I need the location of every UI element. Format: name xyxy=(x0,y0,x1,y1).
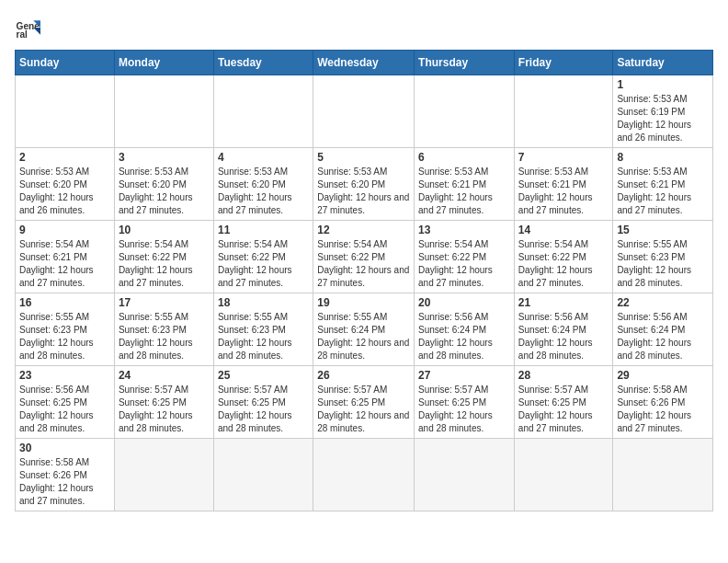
calendar-cell: 1Sunrise: 5:53 AM Sunset: 6:19 PM Daylig… xyxy=(613,75,713,148)
day-info: Sunrise: 5:58 AM Sunset: 6:26 PM Dayligh… xyxy=(19,456,110,508)
weekday-header-tuesday: Tuesday xyxy=(213,51,313,75)
day-number: 13 xyxy=(418,224,510,236)
weekday-header-row: SundayMondayTuesdayWednesdayThursdayFrid… xyxy=(16,51,713,75)
calendar-week-row: 2Sunrise: 5:53 AM Sunset: 6:20 PM Daylig… xyxy=(16,148,713,221)
calendar-cell: 19Sunrise: 5:55 AM Sunset: 6:24 PM Dayli… xyxy=(313,293,415,366)
calendar-cell: 9Sunrise: 5:54 AM Sunset: 6:21 PM Daylig… xyxy=(16,221,115,293)
calendar-cell xyxy=(514,75,613,148)
calendar-cell xyxy=(415,75,515,148)
calendar-cell: 21Sunrise: 5:56 AM Sunset: 6:24 PM Dayli… xyxy=(514,293,613,366)
day-info: Sunrise: 5:54 AM Sunset: 6:22 PM Dayligh… xyxy=(119,238,210,290)
day-info: Sunrise: 5:55 AM Sunset: 6:23 PM Dayligh… xyxy=(19,311,110,362)
day-number: 17 xyxy=(119,296,210,309)
day-number: 6 xyxy=(418,151,510,164)
calendar-cell: 6Sunrise: 5:53 AM Sunset: 6:21 PM Daylig… xyxy=(415,148,515,221)
calendar-cell: 15Sunrise: 5:55 AM Sunset: 6:23 PM Dayli… xyxy=(613,221,713,293)
day-info: Sunrise: 5:54 AM Sunset: 6:22 PM Dayligh… xyxy=(317,238,410,290)
day-info: Sunrise: 5:53 AM Sunset: 6:20 PM Dayligh… xyxy=(119,166,210,217)
calendar-cell: 12Sunrise: 5:54 AM Sunset: 6:22 PM Dayli… xyxy=(313,221,415,293)
day-number: 11 xyxy=(218,224,309,236)
day-info: Sunrise: 5:54 AM Sunset: 6:22 PM Dayligh… xyxy=(418,238,510,290)
calendar-cell: 8Sunrise: 5:53 AM Sunset: 6:21 PM Daylig… xyxy=(613,148,713,221)
calendar-cell: 5Sunrise: 5:53 AM Sunset: 6:20 PM Daylig… xyxy=(313,148,415,221)
day-info: Sunrise: 5:57 AM Sunset: 6:25 PM Dayligh… xyxy=(418,384,510,435)
day-info: Sunrise: 5:53 AM Sunset: 6:19 PM Dayligh… xyxy=(617,93,709,144)
day-number: 19 xyxy=(317,296,410,309)
day-number: 5 xyxy=(317,151,410,164)
day-number: 7 xyxy=(518,151,609,164)
weekday-header-wednesday: Wednesday xyxy=(313,51,415,75)
calendar-cell xyxy=(313,439,415,511)
day-number: 20 xyxy=(418,296,510,309)
day-info: Sunrise: 5:56 AM Sunset: 6:24 PM Dayligh… xyxy=(518,311,609,362)
svg-marker-3 xyxy=(33,28,40,35)
day-number: 4 xyxy=(218,151,309,164)
calendar-cell xyxy=(613,439,713,511)
day-number: 15 xyxy=(617,224,709,236)
svg-text:ral: ral xyxy=(17,29,28,40)
calendar-cell xyxy=(213,439,313,511)
calendar-cell: 11Sunrise: 5:54 AM Sunset: 6:22 PM Dayli… xyxy=(213,221,313,293)
calendar-cell xyxy=(514,439,613,511)
day-info: Sunrise: 5:53 AM Sunset: 6:21 PM Dayligh… xyxy=(617,166,709,217)
calendar-cell: 18Sunrise: 5:55 AM Sunset: 6:23 PM Dayli… xyxy=(213,293,313,366)
weekday-header-friday: Friday xyxy=(514,51,613,75)
day-info: Sunrise: 5:57 AM Sunset: 6:25 PM Dayligh… xyxy=(119,384,210,435)
day-info: Sunrise: 5:54 AM Sunset: 6:21 PM Dayligh… xyxy=(19,238,110,290)
calendar-cell: 4Sunrise: 5:53 AM Sunset: 6:20 PM Daylig… xyxy=(213,148,313,221)
weekday-header-saturday: Saturday xyxy=(613,51,713,75)
calendar-week-row: 23Sunrise: 5:56 AM Sunset: 6:25 PM Dayli… xyxy=(16,366,713,439)
calendar-cell: 29Sunrise: 5:58 AM Sunset: 6:26 PM Dayli… xyxy=(613,366,713,439)
day-number: 29 xyxy=(617,369,709,382)
calendar-cell: 3Sunrise: 5:53 AM Sunset: 6:20 PM Daylig… xyxy=(114,148,213,221)
calendar-cell: 20Sunrise: 5:56 AM Sunset: 6:24 PM Dayli… xyxy=(415,293,515,366)
calendar-cell: 16Sunrise: 5:55 AM Sunset: 6:23 PM Dayli… xyxy=(16,293,115,366)
calendar-cell: 14Sunrise: 5:54 AM Sunset: 6:22 PM Dayli… xyxy=(514,221,613,293)
calendar-week-row: 1Sunrise: 5:53 AM Sunset: 6:19 PM Daylig… xyxy=(16,75,713,148)
day-info: Sunrise: 5:54 AM Sunset: 6:22 PM Dayligh… xyxy=(218,238,309,290)
calendar-cell: 13Sunrise: 5:54 AM Sunset: 6:22 PM Dayli… xyxy=(415,221,515,293)
day-number: 26 xyxy=(317,369,410,382)
calendar-week-row: 16Sunrise: 5:55 AM Sunset: 6:23 PM Dayli… xyxy=(16,293,713,366)
day-number: 25 xyxy=(218,369,309,382)
calendar-cell: 30Sunrise: 5:58 AM Sunset: 6:26 PM Dayli… xyxy=(16,439,115,511)
calendar-cell: 17Sunrise: 5:55 AM Sunset: 6:23 PM Dayli… xyxy=(114,293,213,366)
day-number: 14 xyxy=(518,224,609,236)
day-info: Sunrise: 5:56 AM Sunset: 6:24 PM Dayligh… xyxy=(418,311,510,362)
calendar-cell: 27Sunrise: 5:57 AM Sunset: 6:25 PM Dayli… xyxy=(415,366,515,439)
day-info: Sunrise: 5:55 AM Sunset: 6:23 PM Dayligh… xyxy=(617,238,709,290)
page-header: Gene ral xyxy=(15,15,713,40)
day-number: 21 xyxy=(518,296,609,309)
day-info: Sunrise: 5:54 AM Sunset: 6:22 PM Dayligh… xyxy=(518,238,609,290)
day-number: 3 xyxy=(119,151,210,164)
calendar-cell: 26Sunrise: 5:57 AM Sunset: 6:25 PM Dayli… xyxy=(313,366,415,439)
day-number: 27 xyxy=(418,369,510,382)
calendar-cell xyxy=(415,439,515,511)
day-info: Sunrise: 5:53 AM Sunset: 6:21 PM Dayligh… xyxy=(518,166,609,217)
calendar-cell: 7Sunrise: 5:53 AM Sunset: 6:21 PM Daylig… xyxy=(514,148,613,221)
day-number: 18 xyxy=(218,296,309,309)
weekday-header-sunday: Sunday xyxy=(16,51,115,75)
day-info: Sunrise: 5:57 AM Sunset: 6:25 PM Dayligh… xyxy=(518,384,609,435)
day-info: Sunrise: 5:57 AM Sunset: 6:25 PM Dayligh… xyxy=(317,384,410,435)
day-number: 8 xyxy=(617,151,709,164)
calendar-cell: 25Sunrise: 5:57 AM Sunset: 6:25 PM Dayli… xyxy=(213,366,313,439)
day-number: 22 xyxy=(617,296,709,309)
day-info: Sunrise: 5:55 AM Sunset: 6:23 PM Dayligh… xyxy=(218,311,309,362)
day-number: 10 xyxy=(119,224,210,236)
day-info: Sunrise: 5:55 AM Sunset: 6:24 PM Dayligh… xyxy=(317,311,410,362)
calendar-week-row: 30Sunrise: 5:58 AM Sunset: 6:26 PM Dayli… xyxy=(16,439,713,511)
day-number: 1 xyxy=(617,78,709,91)
day-number: 24 xyxy=(119,369,210,382)
calendar-cell: 24Sunrise: 5:57 AM Sunset: 6:25 PM Dayli… xyxy=(114,366,213,439)
day-number: 23 xyxy=(19,369,110,382)
calendar-week-row: 9Sunrise: 5:54 AM Sunset: 6:21 PM Daylig… xyxy=(16,221,713,293)
day-number: 30 xyxy=(19,442,110,454)
day-info: Sunrise: 5:55 AM Sunset: 6:23 PM Dayligh… xyxy=(119,311,210,362)
weekday-header-monday: Monday xyxy=(114,51,213,75)
day-number: 16 xyxy=(19,296,110,309)
calendar-table: SundayMondayTuesdayWednesdayThursdayFrid… xyxy=(15,50,713,511)
calendar-cell: 22Sunrise: 5:56 AM Sunset: 6:24 PM Dayli… xyxy=(613,293,713,366)
day-info: Sunrise: 5:53 AM Sunset: 6:21 PM Dayligh… xyxy=(418,166,510,217)
calendar-cell xyxy=(213,75,313,148)
